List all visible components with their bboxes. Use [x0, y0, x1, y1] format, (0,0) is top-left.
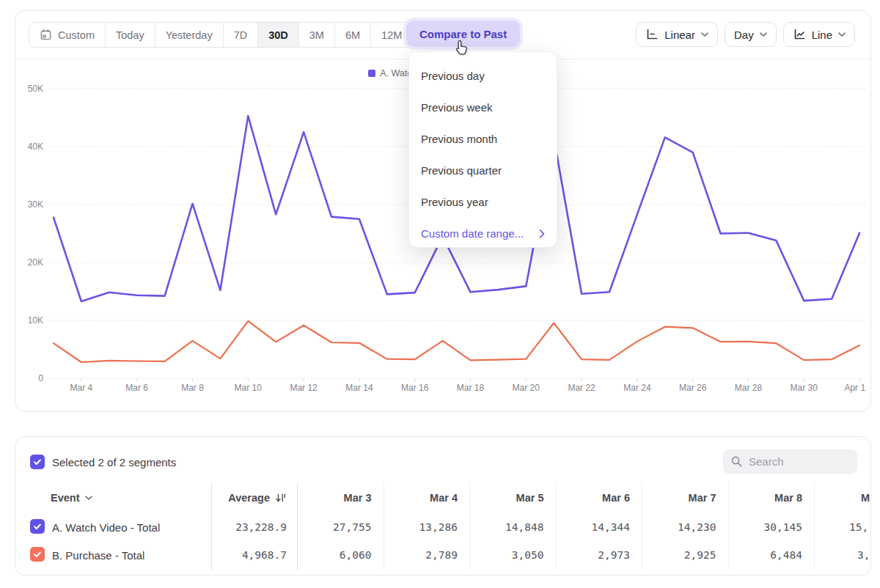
interval-button[interactable]: Day [725, 22, 777, 47]
range-label: 3M [309, 29, 324, 41]
x-tick-label: Mar 22 [568, 383, 595, 393]
chevron-down-icon [760, 32, 767, 37]
y-tick-label: 50K [28, 84, 43, 94]
range-label: Today [116, 29, 144, 41]
range-30d[interactable]: 30D [258, 23, 299, 47]
search-input[interactable] [749, 455, 844, 468]
column-header-clipped[interactable]: M [861, 492, 870, 504]
value-cell: 30,145 [728, 521, 803, 533]
column-header-mar-5[interactable]: Mar 5 [469, 492, 556, 504]
value-cell: 2,973 [556, 549, 631, 561]
chart-controls: Linear Day Line [636, 22, 855, 47]
range-label: 12M [381, 29, 402, 41]
range-6m[interactable]: 6M [335, 23, 371, 47]
menu-item-previous-month[interactable]: Previous month [409, 123, 557, 155]
range-label: 30D [268, 29, 288, 41]
search-box[interactable] [723, 449, 857, 474]
sort-descending-icon [275, 493, 287, 504]
chevron-down-icon [838, 32, 846, 37]
table-row-a-watch-video-total[interactable]: A. Watch Video - Total23,228.927,75513,2… [15, 515, 870, 543]
range-yesterday[interactable]: Yesterday [155, 23, 224, 47]
column-header-mar-3[interactable]: Mar 3 [297, 492, 384, 504]
date-range-control: CustomTodayYesterday7D30D3M6M12M [29, 22, 413, 48]
range-label: Custom [58, 29, 95, 41]
value-cell: 6,060 [297, 549, 372, 561]
x-tick-label: Mar 10 [235, 383, 263, 393]
menu-item-custom-date-range[interactable]: Custom date range... [409, 218, 557, 249]
calendar-icon [40, 29, 52, 41]
value-cell: 6,484 [728, 549, 803, 561]
value-cell: 14,344 [556, 521, 631, 533]
event-name: B. Purchase - Total [52, 549, 144, 562]
x-tick-label: Mar 14 [345, 383, 373, 393]
custom-date-range-label: Custom date range... [421, 227, 524, 240]
value-cell-clipped: 3, [857, 549, 870, 561]
table-row-b-purchase-total[interactable]: B. Purchase - Total4,968.76,0602,7893,05… [15, 543, 870, 570]
column-header-average[interactable]: Average [211, 492, 287, 504]
x-tick-label: Mar 6 [125, 383, 148, 393]
value-cell: 3,050 [469, 549, 544, 561]
column-header-mar-6[interactable]: Mar 6 [556, 492, 642, 504]
x-tick-label: Mar 4 [70, 383, 93, 393]
menu-item-previous-week[interactable]: Previous week [409, 92, 557, 123]
x-tick-label: Mar 24 [623, 383, 651, 393]
average-value: 4,968.7 [211, 549, 287, 561]
average-value: 23,228.9 [211, 521, 287, 533]
x-tick-label: Mar 20 [513, 383, 540, 393]
range-label: Yesterday [166, 29, 213, 41]
y-tick-label: 30K [28, 199, 43, 210]
y-tick-label: 40K [28, 142, 43, 152]
value-cell: 27,755 [297, 521, 372, 533]
segments-card: Selected 2 of 2 segments Event Average M… [15, 436, 871, 576]
range-7d[interactable]: 7D [224, 23, 259, 47]
x-tick-label: Mar 8 [181, 383, 204, 393]
select-all-checkbox[interactable] [30, 455, 45, 469]
chevron-down-icon [701, 32, 708, 37]
x-tick-label: Mar 16 [401, 383, 429, 393]
y-tick-label: 20K [28, 257, 43, 268]
row-checkbox[interactable] [30, 519, 45, 534]
column-header-mar-8[interactable]: Mar 8 [728, 492, 815, 504]
x-tick-label: Mar 30 [791, 383, 818, 393]
value-cell: 2,789 [384, 549, 458, 561]
chart-type-button-label: Line [812, 29, 832, 41]
column-header-mar-7[interactable]: Mar 7 [642, 492, 728, 504]
menu-item-previous-day[interactable]: Previous day [409, 60, 557, 92]
line-chart-icon [793, 28, 806, 41]
x-tick-label: Mar 18 [457, 383, 485, 393]
event-header-label: Event [51, 492, 80, 504]
x-tick-label: Mar 28 [735, 383, 763, 393]
menu-item-previous-year[interactable]: Previous year [409, 186, 557, 218]
column-header-event[interactable]: Event [51, 492, 92, 504]
menu-item-previous-quarter[interactable]: Previous quarter [409, 155, 557, 186]
x-tick-label: Apr 1 [844, 383, 865, 393]
range-custom[interactable]: Custom [29, 23, 106, 47]
x-tick-label: Mar 26 [679, 383, 707, 393]
chevron-down-icon [85, 496, 92, 501]
value-cell: 2,925 [642, 549, 716, 561]
chevron-right-icon [539, 229, 545, 238]
y-tick-label: 0 [38, 373, 43, 383]
event-name: A. Watch Video - Total [52, 521, 160, 534]
value-cell: 14,230 [642, 521, 716, 533]
selected-segments-summary: Selected 2 of 2 segments [52, 456, 176, 468]
scale-button-label: Linear [664, 29, 695, 41]
linear-axis-icon [645, 28, 659, 41]
scale-button[interactable]: Linear [636, 22, 718, 47]
value-cell: 14,848 [469, 521, 544, 533]
range-today[interactable]: Today [106, 23, 155, 47]
compare-to-past-menu: Previous dayPrevious weekPrevious monthP… [408, 51, 557, 248]
y-tick-label: 10K [28, 315, 43, 326]
value-cell-clipped: 15, [849, 521, 868, 533]
row-checkbox[interactable] [30, 547, 45, 562]
range-3m[interactable]: 3M [299, 23, 335, 47]
range-label: 7D [234, 29, 248, 41]
column-header-mar-4[interactable]: Mar 4 [384, 492, 470, 504]
chart-type-button[interactable]: Line [783, 22, 855, 47]
series-line-b-purchase [54, 321, 859, 362]
compare-to-past-button[interactable]: Compare to Past [406, 21, 520, 47]
interval-button-label: Day [734, 29, 754, 41]
value-cell: 13,286 [384, 521, 458, 533]
average-header-label: Average [228, 492, 270, 504]
range-label: 6M [345, 29, 360, 41]
